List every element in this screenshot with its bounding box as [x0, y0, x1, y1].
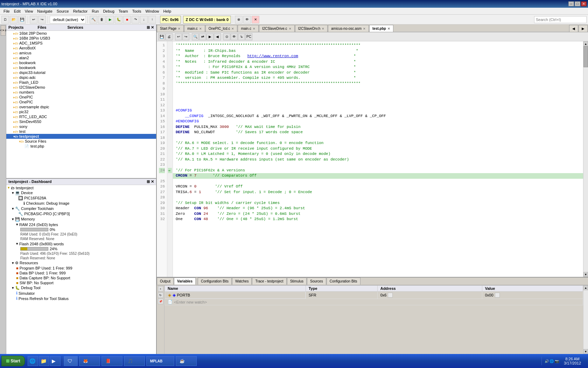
search-input[interactable]: [534, 16, 587, 23]
ed-watch[interactable]: 👁: [231, 33, 238, 40]
taskbar-winamp[interactable]: 🎵: [124, 356, 145, 366]
editor-scrollbar[interactable]: ▲ ▼: [583, 41, 588, 277]
dash-flash-header[interactable]: ▾ Flash 2048 (0x800) words: [6, 241, 156, 246]
dash-resources[interactable]: ▾ ⚙ Resources: [6, 260, 156, 266]
ed-run-cursor[interactable]: ↳: [238, 33, 245, 40]
dash-memory[interactable]: ▾ 💾 Memory: [6, 217, 156, 222]
menu-file[interactable]: File: [1, 8, 12, 14]
var-refresh-btn[interactable]: ↻: [158, 292, 163, 298]
menu-debug[interactable]: Debug: [101, 8, 116, 14]
tree-item-oversample[interactable]: ▸🗁oversample dspic: [6, 104, 156, 109]
tab-trace[interactable]: Trace - testproject: [252, 278, 286, 285]
watch-btn[interactable]: 👁: [243, 16, 251, 23]
kill-btn[interactable]: ✕: [252, 16, 259, 23]
bottom-scroll-up[interactable]: ▲: [583, 285, 588, 290]
tree-item-onepic2[interactable]: ▸🗁OnePIC: [6, 100, 156, 104]
redo-btn[interactable]: ↪: [38, 16, 46, 23]
project-dropdown[interactable]: default (active): [50, 16, 86, 23]
quicklaunch-explorer[interactable]: 📁: [39, 356, 49, 366]
tree-item-16bit28pdemo[interactable]: ▸🗁16bit 28P Demo: [6, 31, 156, 36]
start-button[interactable]: ⊞ Start: [1, 356, 25, 366]
ed-find-prev[interactable]: ◀: [214, 33, 221, 40]
tab-main-c-2[interactable]: main.c✕: [238, 25, 258, 32]
tree-item-dspicadc[interactable]: ▸🗁dspic-adc: [6, 75, 156, 80]
step-out-btn[interactable]: ↑: [148, 16, 156, 23]
tree-item-testpbp[interactable]: 📄test.pbp: [6, 144, 156, 149]
stop-btn[interactable]: ■: [123, 16, 131, 23]
tree-item-bookwork2[interactable]: ▸🗁bookwork: [6, 65, 156, 70]
tree-item-adc[interactable]: ▸🗁ADC_1MSPS: [6, 41, 156, 46]
save-btn[interactable]: 💾: [18, 16, 26, 23]
dash-checksum[interactable]: ℹ Checksum: Debug Image: [6, 201, 156, 206]
build-btn[interactable]: 🔨: [90, 16, 97, 23]
ed-print[interactable]: 🖨: [166, 33, 173, 40]
tree-item-pic32[interactable]: ▸🗁pic32: [6, 109, 156, 114]
open-btn[interactable]: 📂: [10, 16, 18, 23]
menu-team[interactable]: Team: [117, 8, 130, 14]
tab-main-c-1[interactable]: main.c✕: [184, 25, 205, 32]
bottom-scrollbar[interactable]: ▲ ▼: [583, 285, 588, 354]
tab-onepic-lcd[interactable]: OnePIC_lcd.c✕: [205, 25, 238, 32]
tree-item-amicus[interactable]: ▸🗁amicus: [6, 50, 156, 55]
menu-refactor[interactable]: Refactor: [71, 8, 90, 14]
ed-search[interactable]: 🔍: [192, 33, 199, 40]
tab-config-bits-1[interactable]: Configuration Bits: [198, 278, 232, 285]
tree-item-sourcefiles[interactable]: ▾🗁Source Files: [6, 139, 156, 144]
tab-watches[interactable]: Watches: [232, 278, 252, 285]
code-content[interactable]: '***************************************…: [173, 41, 583, 277]
tab-test-pbp[interactable]: test.pbp✕: [369, 25, 393, 32]
ed-save[interactable]: 💾: [158, 33, 165, 40]
code-editor[interactable]: 1234567891011121314151617181920212223242…: [157, 41, 588, 277]
ed-undo[interactable]: ↩: [175, 33, 182, 40]
bottom-scroll-track[interactable]: [583, 290, 588, 349]
dash-ram-header[interactable]: ▾ RAM 224 (0xE0) bytes: [6, 222, 156, 227]
tab-nav-left[interactable]: ◀: [569, 25, 578, 32]
menu-help[interactable]: Help: [161, 8, 174, 14]
ed-replace[interactable]: ⇄: [199, 33, 206, 40]
tab-variables[interactable]: Variables: [174, 278, 196, 285]
menu-source[interactable]: Source: [55, 8, 71, 14]
clean-btn[interactable]: 🗑: [98, 16, 106, 23]
tree-item-onepic1[interactable]: ▸🗁OnePIC: [6, 95, 156, 100]
step-into-btn[interactable]: ↓: [140, 16, 148, 23]
tree-item-dspic33[interactable]: ▸🗁dspic33-tutorial: [6, 70, 156, 75]
tab-i2cslavedrv[interactable]: I2CSlaveDrv.h✕: [295, 25, 328, 32]
var-row-add-watch[interactable]: 📄 <Enter new watch>: [165, 299, 583, 305]
maximize-button[interactable]: □: [575, 1, 580, 6]
quicklaunch-media[interactable]: ▶: [50, 356, 61, 366]
dash-pbp3[interactable]: 🔧 PICBASIC-PRO [C:\PBP3]: [6, 211, 156, 217]
var-row-portb[interactable]: ◈ ◈ PORTB SFR 0x6: [165, 292, 583, 299]
tab-nav-right[interactable]: ▶: [579, 25, 588, 32]
add-watch-label[interactable]: <Enter new watch>: [174, 300, 207, 304]
ed-toggle-bp[interactable]: ⊙: [223, 33, 230, 40]
tree-item-rtc[interactable]: ▸🗁RTC_LED_ADC: [6, 114, 156, 119]
dash-device[interactable]: ▾ 💻 Device: [6, 190, 156, 196]
tree-item-aerobotx[interactable]: ▸🗁AeroBotX: [6, 46, 156, 50]
menu-navigate[interactable]: Navigate: [35, 8, 54, 14]
run-btn[interactable]: ▶: [106, 16, 114, 23]
menu-view[interactable]: View: [23, 8, 35, 14]
taskbar-acrobat[interactable]: 📕: [102, 356, 122, 366]
menu-tools[interactable]: Tools: [130, 8, 144, 14]
tab-sources[interactable]: Sources: [307, 278, 326, 285]
var-pin-btn[interactable]: 📌: [158, 299, 163, 304]
tree-item-16bit28pinusb3[interactable]: ▸🗁16Bit 28Pin USB3: [6, 36, 156, 41]
breakpoint-btn[interactable]: ⊗: [235, 16, 243, 23]
add-watch-cell[interactable]: 📄 <Enter new watch>: [165, 299, 583, 305]
tree-item-bookwork1[interactable]: ▸🗁bookwork: [6, 60, 156, 65]
dash-compiler[interactable]: ▾ 🔧 Compiler Toolchain: [6, 206, 156, 211]
tab-config-bits-2[interactable]: Configuration Bits: [327, 278, 360, 285]
taskbar-antivirus[interactable]: 🛡: [64, 356, 78, 366]
new-btn[interactable]: 🗋: [1, 16, 9, 23]
tab-amicus[interactable]: amicus-no-osc.asm✕: [328, 25, 369, 32]
close-button[interactable]: ✕: [581, 1, 587, 6]
scroll-up[interactable]: ▲: [583, 41, 588, 46]
val-arrow-btn[interactable]: [495, 293, 500, 298]
ed-set-pc[interactable]: PC: [245, 33, 252, 40]
taskbar-java[interactable]: ☕: [176, 356, 197, 366]
tree-item-testproject[interactable]: ▾🗁testproject: [6, 134, 156, 139]
scroll-thumb[interactable]: [583, 46, 588, 67]
tab-stimulus[interactable]: Stimulus: [287, 278, 307, 285]
undo-btn[interactable]: ↩: [30, 16, 37, 23]
tab-start-page[interactable]: Start Page✕: [157, 25, 184, 32]
